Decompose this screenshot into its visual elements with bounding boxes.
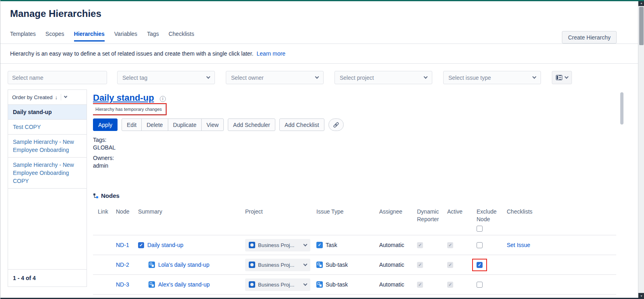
exclude-node-header-label: Exclude Node — [477, 208, 497, 222]
view-button[interactable]: View — [201, 118, 224, 131]
apply-button[interactable]: Apply — [93, 118, 118, 131]
intro-text: Hierarchy is an easy way to define a set… — [10, 50, 254, 57]
column-header-exclude-node: Exclude Node — [472, 203, 502, 235]
tag-filter-select[interactable]: Select tag — [117, 71, 215, 84]
column-header-project: Project — [240, 203, 312, 235]
assignee-value: Automatic — [374, 275, 412, 295]
sidebar-item-sample-onboarding-copy[interactable]: Sample Hierarchy - New Employee Onboardi… — [8, 158, 87, 189]
page-scrollbar[interactable]: ▲ ▼ — [638, 0, 644, 299]
temporary-changes-tooltip: Hierarchy has temporary changes — [93, 104, 166, 114]
table-row-nd1: ND-1 Daily stand-up Business Proj... — [93, 235, 616, 255]
subtask-icon — [316, 262, 323, 268]
project-name: Business Proj... — [258, 262, 301, 268]
project-dropdown[interactable]: Business Proj... — [245, 278, 310, 291]
project-dropdown[interactable]: Business Proj... — [245, 239, 310, 251]
owner-filter-placeholder: Select owner — [231, 75, 264, 81]
issue-type-filter-placeholder: Select issue type — [448, 75, 491, 81]
node-key-link[interactable]: ND-3 — [116, 281, 129, 288]
hierarchy-list-panel: Order by Created ↓ Daily stand-up Test C… — [8, 89, 87, 287]
owners-value: admin — [93, 162, 116, 170]
tab-scopes[interactable]: Scopes — [45, 31, 64, 42]
tab-checklists[interactable]: Checklists — [169, 31, 194, 42]
copy-link-button[interactable] — [328, 118, 344, 131]
tab-hierarchies[interactable]: Hierarchies — [74, 31, 105, 42]
sidebar-spacer — [8, 189, 87, 269]
duplicate-button[interactable]: Duplicate — [168, 118, 202, 131]
node-key-link[interactable]: ND-1 — [116, 242, 129, 248]
chevron-down-icon — [64, 95, 67, 98]
order-by-label: Order by Created — [12, 94, 52, 100]
tag-filter-placeholder: Select tag — [122, 75, 147, 81]
assignee-value: Automatic — [374, 235, 412, 255]
dynamic-reporter-checkbox — [417, 262, 423, 268]
hierarchy-icon — [93, 193, 99, 199]
checklist-cell — [502, 275, 616, 295]
project-filter-select[interactable]: Select project — [334, 71, 432, 84]
add-scheduler-button[interactable]: Add Scheduler — [228, 118, 275, 131]
tags-label: Tags: — [93, 136, 116, 144]
column-header-dynamic-reporter: Dynamic Reporter — [412, 203, 442, 235]
content-scrollbar[interactable] — [619, 90, 624, 293]
node-select-checkbox[interactable] — [138, 242, 144, 248]
learn-more-link[interactable]: Learn more — [257, 50, 286, 57]
active-checkbox — [447, 282, 453, 288]
edit-actions-group: Edit Delete Duplicate View — [122, 118, 224, 131]
tab-templates[interactable]: Templates — [10, 31, 36, 42]
tab-bar: Templates Scopes Hierarchies Variables T… — [10, 31, 194, 42]
hierarchy-title-link[interactable]: Daily stand-up — [93, 93, 154, 103]
active-checkbox — [447, 242, 453, 248]
page-title: Manage Hierarchies — [10, 8, 101, 19]
action-toolbar: Apply Edit Delete Duplicate View Add Sch… — [93, 118, 344, 131]
add-checklist-button[interactable]: Add Checklist — [279, 118, 324, 131]
tags-value: GLOBAL — [93, 144, 116, 152]
table-row-nd3: ND-3 Alex's daily stand-up Business Proj… — [93, 275, 616, 295]
sort-direction-icon: ↓ — [55, 94, 58, 100]
project-avatar-icon — [249, 242, 255, 248]
sort-divider — [61, 94, 61, 100]
owner-filter-select[interactable]: Select owner — [226, 71, 324, 84]
column-header-node: Node — [111, 203, 133, 235]
node-key-link[interactable]: ND-2 — [116, 262, 129, 268]
pagination: 1 - 4 of 4 — [8, 269, 87, 287]
exclude-node-checkbox[interactable] — [477, 242, 483, 248]
sidebar-item-sample-onboarding[interactable]: Sample Hierarchy - New Employee Onboardi… — [8, 135, 87, 158]
owners-label: Owners: — [93, 154, 116, 162]
project-avatar-icon — [249, 262, 255, 268]
filter-bar: Select tag Select owner Select project S… — [8, 71, 572, 84]
tab-tags[interactable]: Tags — [147, 31, 159, 42]
header-divider — [0, 44, 638, 44]
highlight-annotation: Hierarchy has temporary changes — [93, 103, 167, 115]
edit-button[interactable]: Edit — [122, 118, 142, 131]
create-hierarchy-button[interactable]: Create Hierarchy — [562, 31, 617, 44]
columns-icon — [556, 75, 562, 80]
chevron-down-icon — [565, 75, 569, 79]
project-name: Business Proj... — [258, 242, 301, 248]
task-icon — [316, 242, 323, 248]
active-checkbox — [447, 262, 453, 268]
node-summary-link[interactable]: Daily stand-up — [147, 242, 184, 248]
chevron-down-icon — [303, 262, 308, 266]
sidebar-item-test-copy[interactable]: Test COPY — [8, 120, 87, 135]
issue-type-label: Sub-task — [326, 281, 348, 288]
issue-type-label: Sub-task — [326, 262, 348, 268]
name-filter-input[interactable] — [8, 71, 107, 84]
project-dropdown[interactable]: Business Proj... — [245, 259, 310, 271]
content-scrollbar-thumb[interactable] — [620, 92, 623, 125]
exclude-all-checkbox[interactable] — [477, 226, 483, 232]
node-summary-link[interactable]: Lola's daily stand-up — [158, 262, 209, 268]
issue-type-label: Task — [326, 242, 337, 248]
page-scrollbar-thumb[interactable] — [639, 7, 644, 45]
node-summary-link[interactable]: Alex's daily stand-up — [158, 281, 210, 288]
set-issue-link[interactable]: Set Issue — [507, 242, 530, 248]
sidebar-item-daily-stand-up[interactable]: Daily stand-up — [8, 105, 87, 120]
delete-button[interactable]: Delete — [141, 118, 168, 131]
info-icon[interactable]: i — [160, 96, 166, 102]
exclude-node-checkbox[interactable] — [477, 282, 483, 288]
column-header-assignee: Assignee — [374, 203, 412, 235]
exclude-node-checkbox[interactable] — [477, 262, 483, 268]
order-by-control[interactable]: Order by Created ↓ — [8, 90, 87, 105]
tab-variables[interactable]: Variables — [114, 31, 137, 42]
link-cell — [93, 235, 111, 255]
issue-type-filter-select[interactable]: Select issue type — [443, 71, 541, 84]
view-settings-button[interactable] — [552, 71, 572, 84]
